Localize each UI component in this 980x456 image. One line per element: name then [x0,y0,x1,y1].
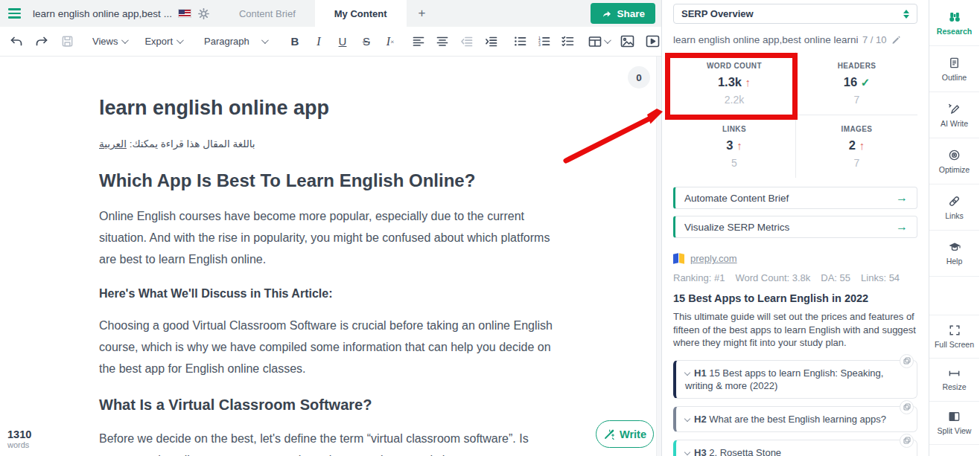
italic-button[interactable]: I [310,31,328,52]
bullet-list-icon[interactable] [511,31,529,52]
copy-icon[interactable] [900,400,914,414]
table-dropdown[interactable] [588,36,609,48]
arabic-word: قراءة [161,138,184,150]
arrow-right-icon: → [896,191,908,205]
editor-scrollbar[interactable] [656,57,661,456]
word-count-display: 1310 words [7,428,31,450]
rail-item-research[interactable]: Research [929,0,979,46]
up-arrow-icon: ↑ [736,139,742,152]
rail-item-links[interactable]: Links [929,184,979,231]
serp-overview-select[interactable]: SERP Overview [673,4,917,24]
rail-item-split-view[interactable]: Split View [929,402,979,445]
stat-target: 5 [673,157,795,169]
serp-stats-grid: WORD COUNT 1.3k ↑ 2.2k HEADERS 16 ✓ 7 LI… [673,52,917,178]
rail-item-full-screen[interactable]: Full Screen [929,315,979,359]
copy-icon[interactable] [900,434,914,448]
article-h2[interactable]: Which App Is Best To Learn English Onlin… [99,170,559,191]
insert-image-icon[interactable] [618,31,636,52]
hamburger-menu-icon[interactable] [8,8,22,18]
rail-label: Split View [938,426,972,435]
preply-favicon [673,253,684,264]
numbered-list-icon[interactable]: 123 [535,31,553,52]
arabic-translation-line[interactable]: العربية :يمكنك قراءة هذا المقال باللغة [99,138,559,150]
article-title[interactable]: learn english online app [99,97,559,120]
rail-label: Help [946,257,963,266]
settings-gear-icon[interactable] [198,8,209,19]
heading-card-h2[interactable]: H2 What are the best English learning ap… [673,406,917,432]
keyword-text: learn english online app,best online lea… [673,34,858,45]
underline-button[interactable]: U [334,31,351,52]
new-tab-button[interactable]: + [407,0,438,27]
tools-rail: Research Outline AI Write Optimize Links [929,0,979,456]
result-ranking: Ranking: #1 [673,272,725,283]
heading-tag: H3 [694,447,707,456]
up-arrow-icon: ↑ [859,139,865,152]
outdent-icon[interactable] [457,31,475,52]
tab-content-brief[interactable]: Content Brief [220,0,315,27]
table-icon [588,36,602,48]
export-dropdown[interactable]: Export [144,36,182,47]
arabic-language-link[interactable]: العربية [99,138,127,150]
serp-panel: SERP Overview learn english online app,b… [662,0,929,456]
heading-card-h3[interactable]: H3 2. Rosetta Stone [673,440,917,456]
editor-content[interactable]: learn english online app العربية :يمكنك … [0,57,661,456]
comment-count-badge[interactable]: 0 [628,66,650,89]
chevron-down-icon[interactable] [684,449,690,455]
paragraph-style-dropdown[interactable]: Paragraph [204,36,267,47]
article-paragraph[interactable]: Online English courses have become more … [99,205,559,270]
rail-label: Outline [942,73,967,82]
chevron-down-icon[interactable] [684,369,690,375]
heading-text: 15 Best apps to learn English: Speaking,… [685,367,883,391]
document-icon [948,57,961,69]
article-paragraph[interactable]: Choosing a good Virtual Classroom Softwa… [99,315,559,379]
align-left-icon[interactable] [410,31,427,52]
magic-wand-icon [603,428,615,440]
strikethrough-button[interactable]: S [357,31,375,52]
ai-write-button[interactable]: Write [596,420,654,448]
bold-button[interactable]: B [286,31,304,52]
document-tabs: Content Brief My Content + [220,0,438,27]
keyword-progress: 7 / 10 [862,34,887,45]
article-bold-line[interactable]: Here's What We'll Discuss in This Articl… [99,287,559,301]
rail-item-ai-write[interactable]: AI Write [929,92,979,138]
edit-pencil-icon[interactable] [891,35,901,45]
automate-content-brief-button[interactable]: Automate Content Brief → [673,187,917,209]
tab-my-content[interactable]: My Content [315,0,407,27]
article-h3[interactable]: What Is a Virtual Classroom Software? [99,396,559,414]
rail-label: Resize [942,382,966,391]
rail-label: Full Screen [935,340,974,349]
rail-item-optimize[interactable]: Optimize [929,138,979,184]
save-icon[interactable] [58,31,76,52]
insert-video-icon[interactable] [643,31,661,52]
rail-item-outline[interactable]: Outline [929,46,979,92]
keyword-row: learn english online app,best online lea… [673,34,917,45]
rail-item-resize[interactable]: Resize [929,359,979,402]
result-domain-link[interactable]: preply.com [690,253,737,264]
align-center-icon[interactable] [433,31,451,52]
app-window: learn english online app,best ... Conten… [0,0,980,456]
views-dropdown[interactable]: Views [92,36,127,47]
stat-label: HEADERS [796,62,917,70]
graduation-cap-icon [948,241,961,253]
result-da: DA: 55 [821,272,850,283]
top-bar: learn english online app,best ... Conten… [0,0,661,27]
chevron-down-icon[interactable] [684,415,690,421]
copy-icon[interactable] [900,354,914,368]
stat-value: 16 [844,75,857,89]
arabic-word: يمكنك [132,138,157,150]
article-paragraph[interactable]: Before we decide on the best, let's defi… [99,428,559,456]
full-screen-icon [949,324,961,336]
clear-formatting-button[interactable]: I× [381,31,399,52]
check-icon: ✓ [861,76,871,89]
redo-icon[interactable] [33,31,51,52]
rail-label: Research [937,27,972,36]
indent-icon[interactable] [482,31,500,52]
share-button[interactable]: Share [591,3,655,24]
undo-icon[interactable] [7,31,25,52]
visualize-serp-metrics-button[interactable]: Visualize SERP Metrics → [673,216,917,238]
check-list-icon[interactable] [559,31,576,52]
heading-card-h1[interactable]: H1 15 Best apps to learn English: Speaki… [673,360,917,399]
us-flag-icon [178,9,191,18]
rail-item-help[interactable]: Help [929,231,979,277]
share-arrow-icon [601,8,612,19]
